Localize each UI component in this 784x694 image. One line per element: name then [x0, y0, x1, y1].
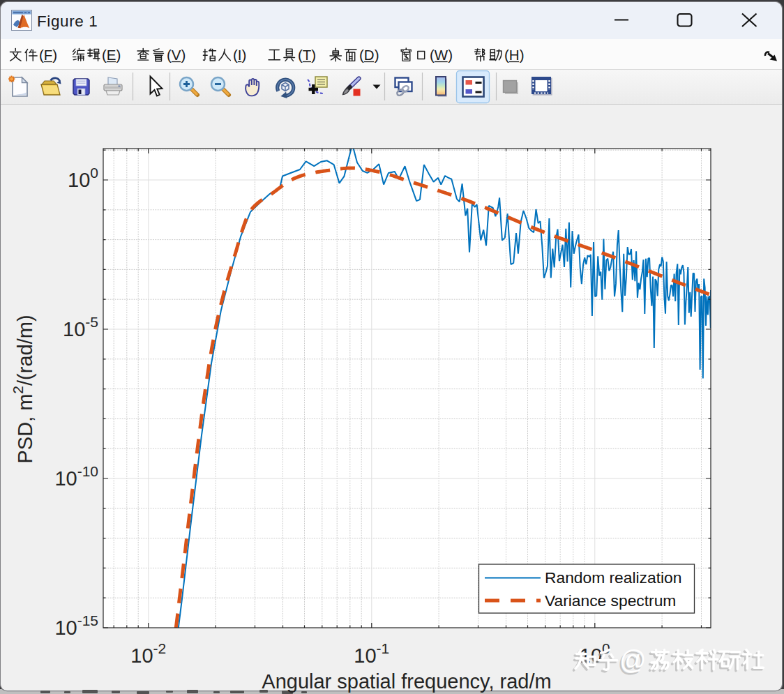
svg-text:Random realization: Random realization: [545, 568, 681, 587]
svg-text:(I): (I): [233, 47, 246, 63]
svg-text:10-5: 10-5: [63, 314, 98, 340]
svg-text:(F): (F): [39, 47, 57, 63]
svg-text:PSD, m2/(rad/m): PSD, m2/(rad/m): [10, 315, 36, 463]
svg-text:10-2: 10-2: [130, 640, 166, 667]
svg-text:10-10: 10-10: [54, 463, 98, 490]
svg-text:(T): (T): [298, 47, 316, 63]
svg-text:10-15: 10-15: [54, 612, 98, 639]
svg-text:100: 100: [68, 165, 98, 191]
svg-text:10-1: 10-1: [354, 640, 389, 667]
svg-text:Angular spatial frequency, rad: Angular spatial frequency, rad/m: [262, 670, 551, 693]
svg-text:(E): (E): [102, 47, 121, 63]
svg-text:(W): (W): [430, 47, 453, 63]
svg-text:@: @: [619, 645, 647, 674]
svg-text:(D): (D): [359, 47, 379, 63]
svg-text:Figure 1: Figure 1: [37, 13, 98, 30]
svg-text:Variance spectrum: Variance spectrum: [545, 591, 676, 610]
svg-text:(H): (H): [504, 47, 524, 63]
svg-text:(V): (V): [167, 47, 186, 63]
